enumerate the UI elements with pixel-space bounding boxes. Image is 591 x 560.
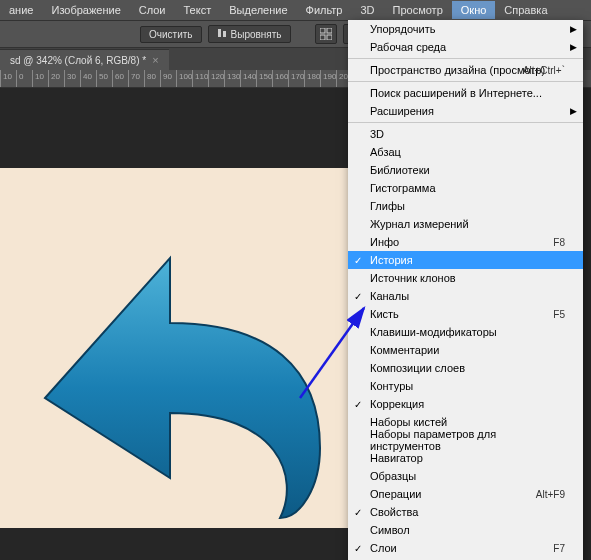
align-button[interactable]: Выровнять bbox=[208, 25, 291, 43]
clear-button[interactable]: Очистить bbox=[140, 26, 202, 43]
menu-item[interactable]: КистьF5 bbox=[348, 305, 583, 323]
ruler-tick: 80 bbox=[144, 70, 145, 88]
menu-item[interactable]: Комментарии bbox=[348, 341, 583, 359]
menu-item-label: Каналы bbox=[370, 290, 409, 302]
ruler-tick: 50 bbox=[96, 70, 97, 88]
svg-rect-1 bbox=[223, 31, 226, 37]
menu-item-label: Композиции слоев bbox=[370, 362, 465, 374]
menu-item[interactable]: ✓СлоиF7 bbox=[348, 539, 583, 557]
ruler-tick: 10 bbox=[0, 70, 1, 88]
document-tab[interactable]: sd @ 342% (Слой 6, RGB/8) * × bbox=[0, 49, 169, 70]
menu-shortcut: Alt+Ctrl+` bbox=[523, 65, 565, 76]
menu-item-label: Глифы bbox=[370, 200, 405, 212]
menu-item-label: История bbox=[370, 254, 413, 266]
check-icon: ✓ bbox=[354, 291, 362, 302]
menu-item-label: Упорядочить bbox=[370, 23, 435, 35]
menu-item-label: Расширения bbox=[370, 105, 434, 117]
menu-item[interactable]: Рабочая среда▶ bbox=[348, 38, 583, 56]
menu-item[interactable]: ✓Каналы bbox=[348, 287, 583, 305]
menu-item-label: Символ bbox=[370, 524, 410, 536]
menu-item-label: Операции bbox=[370, 488, 421, 500]
menu-фильтр[interactable]: Фильтр bbox=[297, 1, 352, 19]
close-icon[interactable]: × bbox=[152, 54, 158, 66]
menu-item-label: Образцы bbox=[370, 470, 416, 482]
ruler-tick: 190 bbox=[320, 70, 321, 88]
menu-item[interactable]: Расширения▶ bbox=[348, 102, 583, 120]
ruler-tick: 200 bbox=[336, 70, 337, 88]
submenu-arrow-icon: ▶ bbox=[570, 106, 577, 116]
menu-item[interactable]: Поиск расширений в Интернете... bbox=[348, 84, 583, 102]
menu-item[interactable]: ✓Свойства bbox=[348, 503, 583, 521]
check-icon: ✓ bbox=[354, 543, 362, 554]
svg-rect-5 bbox=[327, 35, 332, 40]
menu-item[interactable]: Источник клонов bbox=[348, 269, 583, 287]
menu-item[interactable]: Наборы параметров для инструментов bbox=[348, 431, 583, 449]
menu-item-label: Рабочая среда bbox=[370, 41, 446, 53]
ruler-tick: 160 bbox=[272, 70, 273, 88]
menu-item-label: Контуры bbox=[370, 380, 413, 392]
menu-item-label: Кисть bbox=[370, 308, 399, 320]
blue-arrow-shape bbox=[0, 168, 360, 528]
ruler-tick: 130 bbox=[224, 70, 225, 88]
grid-icon[interactable] bbox=[315, 24, 337, 44]
menu-item[interactable]: Символ bbox=[348, 521, 583, 539]
menu-item[interactable]: Журнал измерений bbox=[348, 215, 583, 233]
menu-separator bbox=[348, 81, 583, 82]
menu-item-label: Навигатор bbox=[370, 452, 423, 464]
menu-item[interactable]: Навигатор bbox=[348, 449, 583, 467]
menu-item[interactable]: ✓Коррекция bbox=[348, 395, 583, 413]
menu-item-label: Гистограмма bbox=[370, 182, 436, 194]
menu-shortcut: F5 bbox=[553, 309, 565, 320]
menu-shortcut: F8 bbox=[553, 237, 565, 248]
align-icon bbox=[217, 28, 227, 40]
menu-item-label: Библиотеки bbox=[370, 164, 430, 176]
menu-item[interactable]: Образцы bbox=[348, 467, 583, 485]
menu-separator bbox=[348, 122, 583, 123]
menu-item-label: Журнал измерений bbox=[370, 218, 469, 230]
ruler-tick: 60 bbox=[112, 70, 113, 88]
menu-item-label: Наборы кистей bbox=[370, 416, 447, 428]
svg-rect-0 bbox=[218, 29, 221, 37]
menu-separator bbox=[348, 58, 583, 59]
menu-shortcut: Alt+F9 bbox=[536, 489, 565, 500]
menu-слои[interactable]: Слои bbox=[130, 1, 175, 19]
menu-item[interactable]: ИнфоF8 bbox=[348, 233, 583, 251]
menu-item[interactable]: ✓История bbox=[348, 251, 583, 269]
ruler-tick: 120 bbox=[208, 70, 209, 88]
menu-item[interactable]: Клавиши-модификаторы bbox=[348, 323, 583, 341]
menu-item-label: Пространство дизайна (просмотр) bbox=[370, 64, 545, 76]
menu-item[interactable]: ОперацииAlt+F9 bbox=[348, 485, 583, 503]
menu-item-label: Абзац bbox=[370, 146, 401, 158]
svg-rect-3 bbox=[327, 28, 332, 33]
window-menu-dropdown: Упорядочить▶Рабочая среда▶Пространство д… bbox=[348, 20, 583, 560]
menu-текст[interactable]: Текст bbox=[175, 1, 221, 19]
menu-item[interactable]: 3D bbox=[348, 125, 583, 143]
ruler-tick: 20 bbox=[48, 70, 49, 88]
ruler-tick: 90 bbox=[160, 70, 161, 88]
menu-item[interactable]: Гистограмма bbox=[348, 179, 583, 197]
menu-окно[interactable]: Окно bbox=[452, 1, 496, 19]
check-icon: ✓ bbox=[354, 255, 362, 266]
menu-выделение[interactable]: Выделение bbox=[220, 1, 296, 19]
ruler-tick: 10 bbox=[32, 70, 33, 88]
ruler-tick: 140 bbox=[240, 70, 241, 88]
menu-3d[interactable]: 3D bbox=[351, 1, 383, 19]
menu-item[interactable]: Абзац bbox=[348, 143, 583, 161]
menu-item[interactable]: Пространство дизайна (просмотр)Alt+Ctrl+… bbox=[348, 61, 583, 79]
artboard[interactable] bbox=[0, 168, 360, 528]
menu-item[interactable]: Композиции слоев bbox=[348, 359, 583, 377]
menu-просмотр[interactable]: Просмотр bbox=[384, 1, 452, 19]
menu-item-label: Комментарии bbox=[370, 344, 439, 356]
document-title: sd @ 342% (Слой 6, RGB/8) * bbox=[10, 55, 146, 66]
menu-item[interactable]: Библиотеки bbox=[348, 161, 583, 179]
clear-label: Очистить bbox=[149, 29, 193, 40]
menu-справка[interactable]: Справка bbox=[495, 1, 556, 19]
ruler-tick: 110 bbox=[192, 70, 193, 88]
menu-item[interactable]: Контуры bbox=[348, 377, 583, 395]
menu-item[interactable]: Глифы bbox=[348, 197, 583, 215]
menu-ание[interactable]: ание bbox=[0, 1, 42, 19]
menu-item[interactable]: Упорядочить▶ bbox=[348, 20, 583, 38]
menu-изображение[interactable]: Изображение bbox=[42, 1, 129, 19]
check-icon: ✓ bbox=[354, 507, 362, 518]
ruler-tick: 170 bbox=[288, 70, 289, 88]
